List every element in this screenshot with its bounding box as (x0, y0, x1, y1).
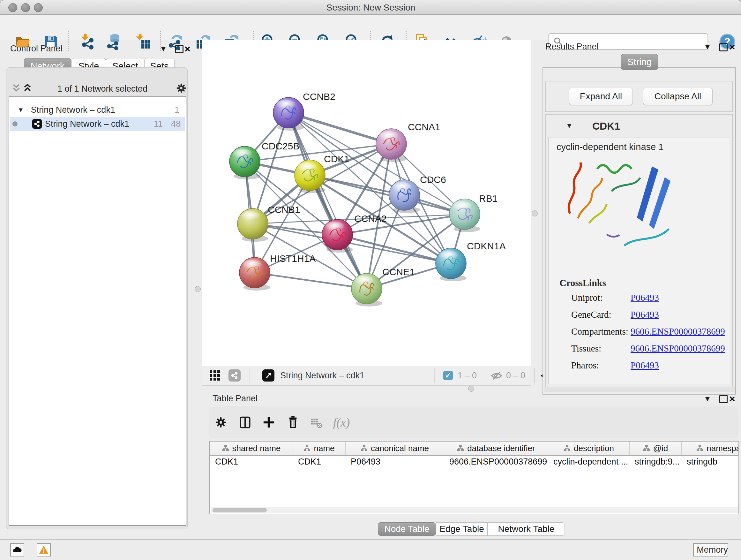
cloud-status-button[interactable] (10, 543, 24, 557)
crosslink-row: Pharos:P06493 (548, 360, 730, 377)
right-splitter-handle[interactable] (532, 210, 538, 216)
table-cell[interactable]: 9606.ENSP00000378699 (444, 455, 548, 469)
network-node-count: 11 (154, 119, 163, 129)
collection-expander-icon[interactable]: ▼ (17, 106, 24, 114)
column-header-canonical-name[interactable]: canonical name (346, 442, 444, 455)
scrollbar-thumb[interactable] (212, 508, 267, 512)
crosslink-link[interactable]: 9606.ENSP00000378699 (630, 343, 725, 354)
title-bar: Session: New Session (0, 0, 741, 15)
network-row[interactable]: String Network – cdk1 11 48 (10, 117, 185, 131)
selected-counts: 1 – 0 (458, 371, 477, 381)
expand-all-chevron-icon[interactable] (23, 83, 31, 94)
control-panel-close-icon[interactable]: × (185, 46, 191, 52)
table-cell[interactable]: stringdb (682, 455, 739, 469)
results-panel-close-icon[interactable]: × (729, 44, 735, 50)
table-cell[interactable]: CDK1 (293, 455, 346, 469)
node-label-CCNE1: CCNE1 (382, 266, 415, 277)
crosslink-row: GeneCard:P06493 (548, 309, 730, 326)
collapse-all-button[interactable]: Collapse All (643, 88, 713, 105)
grid-view-icon[interactable] (209, 370, 220, 382)
crosslink-link[interactable]: P06493 (630, 360, 659, 371)
table-header-row: shared namenamecanonical namedatabase id… (210, 442, 738, 455)
results-panel-title: Results Panel (545, 42, 599, 52)
table-panel-title: Table Panel (212, 394, 258, 403)
table-panel-menu-icon[interactable]: ▼ (704, 394, 711, 403)
crosslink-link[interactable]: 9606.ENSP00000378699 (630, 326, 725, 337)
column-header-@id[interactable]: @id (630, 442, 682, 455)
table-panel-close-icon[interactable]: × (729, 395, 735, 402)
tab-network-table[interactable]: Network Table (488, 522, 565, 536)
column-header-namespace[interactable]: namespace (682, 442, 739, 455)
expand-all-button[interactable]: Expand All (569, 88, 633, 105)
add-column-icon[interactable] (260, 414, 278, 431)
crosslink-link[interactable]: P06493 (630, 293, 659, 303)
memory-button[interactable]: Memory (693, 543, 728, 557)
show-columns-icon[interactable] (236, 414, 254, 431)
results-scrollbar[interactable] (544, 387, 735, 392)
column-header-database-identifier[interactable]: database identifier (444, 442, 548, 455)
crosslink-row: Compartments:9606.ENSP00000378699 (548, 326, 730, 343)
tab-string[interactable]: String (621, 54, 658, 70)
network-view-title: String Network – cdk1 (280, 371, 364, 381)
control-panel-float-icon[interactable] (175, 45, 184, 53)
main-toolbar: ? (0, 15, 741, 40)
results-panel-float-icon[interactable] (719, 43, 728, 51)
column-header-name[interactable]: name (293, 442, 346, 455)
table-cell[interactable]: stringdb:9... (630, 455, 682, 469)
delete-column-icon[interactable] (284, 414, 302, 431)
birds-eye-view-icon[interactable] (262, 369, 274, 381)
delete-table-icon[interactable] (308, 414, 326, 431)
application-window: Session: New Session (0, 0, 741, 560)
crosslink-row: Uniprot:P06493 (548, 293, 730, 309)
table-cell[interactable]: CDK1 (210, 455, 293, 469)
control-panel-menu-icon[interactable]: ▼ (159, 44, 167, 53)
network-collection-row[interactable]: ▼ String Network – cdk1 1 (10, 103, 185, 117)
network-state-dot-icon (12, 121, 17, 126)
network-view-footer: String Network – cdk1 ✓ 1 – 0 0 – 0 (202, 366, 531, 386)
node-label-CDC25B: CDC25B (262, 141, 299, 151)
string-network-graph[interactable]: CCNB2CCNA1CDC25BCDK1CDC6RB1CCNB1CCNA2CDK… (202, 40, 531, 366)
node-label-CCNB1: CCNB1 (268, 204, 300, 215)
column-header-shared-name[interactable]: shared name (210, 442, 293, 455)
network-edge-count: 48 (171, 119, 181, 129)
gene-expander-icon[interactable]: ▼ (566, 122, 573, 130)
import-network-database-icon[interactable] (105, 32, 123, 51)
memory-label: Memory (697, 545, 728, 555)
network-options-gear-icon[interactable] (175, 82, 187, 96)
node-label-CCNB2: CCNB2 (303, 91, 335, 102)
node-label-CDK1: CDK1 (324, 153, 349, 164)
table-panel-float-icon[interactable] (719, 395, 728, 403)
import-table-file-icon[interactable] (134, 32, 151, 51)
tab-node-table[interactable]: Node Table (378, 522, 436, 536)
column-header-description[interactable]: description (548, 442, 630, 455)
collection-label: String Network – cdk1 (31, 105, 115, 115)
toolbar-separator (68, 31, 69, 51)
table-cell[interactable]: P06493 (346, 455, 444, 469)
table-cell[interactable]: cyclin-dependent ... (548, 455, 630, 469)
cloud-icon (12, 546, 22, 554)
selected-nodes-checkbox-icon[interactable]: ✓ (443, 371, 453, 380)
function-builder-icon[interactable]: f(x) (333, 414, 350, 431)
import-network-file-icon[interactable] (78, 32, 96, 51)
node-label-CDKN1A: CDKN1A (467, 241, 506, 251)
crosslink-label: Tissues: (571, 343, 601, 354)
tab-edge-table[interactable]: Edge Table (436, 522, 488, 536)
table-row[interactable]: CDK1CDK1P064939606.ENSP00000378699cyclin… (210, 455, 738, 469)
window-title: Session: New Session (0, 3, 741, 13)
results-panel-menu-icon[interactable]: ▼ (704, 43, 711, 51)
table-options-gear-icon[interactable] (212, 414, 230, 431)
table-horizontal-scrollbar[interactable] (211, 507, 738, 513)
hidden-nodes-eye-icon[interactable] (490, 370, 503, 383)
network-view-canvas[interactable]: CCNB2CCNA1CDC25BCDK1CDC6RB1CCNB1CCNA2CDK… (202, 40, 531, 366)
collection-count: 1 (175, 105, 179, 115)
network-thumbnail-icon[interactable] (228, 369, 241, 381)
crosslink-link[interactable]: P06493 (630, 309, 659, 320)
warnings-button[interactable] (37, 543, 51, 557)
left-splitter-handle[interactable] (195, 286, 201, 292)
collapse-all-chevron-icon[interactable] (12, 83, 20, 94)
node-table[interactable]: shared namenamecanonical namedatabase id… (209, 441, 739, 514)
string-network-icon (32, 119, 42, 129)
horizontal-splitter-handle[interactable] (468, 386, 474, 392)
protein-structure-image (559, 150, 682, 261)
table-toolbar: f(x) (209, 407, 738, 438)
